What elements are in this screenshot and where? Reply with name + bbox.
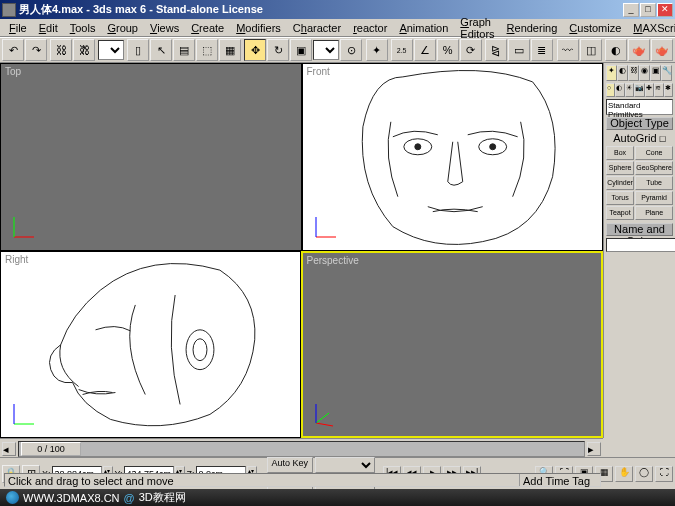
menu-rendering[interactable]: Rendering <box>502 21 563 35</box>
svg-point-3 <box>414 144 420 150</box>
menu-animation[interactable]: Animation <box>394 21 453 35</box>
link-button[interactable]: ⛓ <box>50 39 72 61</box>
menu-group[interactable]: Group <box>102 21 143 35</box>
rotate-button[interactable]: ↻ <box>267 39 289 61</box>
viewport-right[interactable]: Right <box>0 251 301 439</box>
undo-button[interactable]: ↶ <box>2 39 24 61</box>
redo-button[interactable]: ↷ <box>25 39 47 61</box>
menu-modifiers[interactable]: Modifiers <box>231 21 286 35</box>
object-type-rollout[interactable]: Object Type <box>606 117 673 130</box>
shapes-subtab[interactable]: ◐ <box>615 83 624 97</box>
quick-render-button[interactable]: 🫖 <box>651 39 673 61</box>
globe-icon <box>6 491 19 504</box>
schematic-button[interactable]: ◫ <box>580 39 602 61</box>
select-arrow-button[interactable]: ↖ <box>150 39 172 61</box>
scale-button[interactable]: ▣ <box>290 39 312 61</box>
lights-subtab[interactable]: ☀ <box>625 83 634 97</box>
menu-file[interactable]: File <box>4 21 32 35</box>
manipulate-button[interactable]: ✦ <box>366 39 388 61</box>
select-button[interactable]: ▯ <box>127 39 149 61</box>
menu-customize[interactable]: Customize <box>564 21 626 35</box>
titlebar: 男人体4.max - 3ds max 6 - Stand-alone Licen… <box>0 0 675 19</box>
display-tab[interactable]: ▣ <box>650 65 661 81</box>
create-geosphere-button[interactable]: GeoSphere <box>635 161 673 175</box>
svg-line-13 <box>316 413 329 423</box>
name-color-rollout[interactable]: Name and Color <box>606 223 673 236</box>
category-dropdown[interactable]: Standard Primitives <box>606 99 673 115</box>
angle-snap-button[interactable]: ∠ <box>414 39 436 61</box>
viewport-area: Top Front Right <box>0 63 603 438</box>
menubar: FileEditToolsGroupViewsCreateModifiersCh… <box>0 19 675 37</box>
move-button[interactable]: ✥ <box>244 39 266 61</box>
helpers-subtab[interactable]: ✚ <box>645 83 654 97</box>
curve-editor-button[interactable]: 〰 <box>557 39 579 61</box>
menu-create[interactable]: Create <box>186 21 229 35</box>
watermark-site: 3D教程网 <box>139 490 186 505</box>
modify-tab[interactable]: ◐ <box>617 65 628 81</box>
timeline-end-button[interactable]: ▸ <box>587 442 601 456</box>
layers-button[interactable]: ≣ <box>531 39 553 61</box>
ref-coord-dropdown[interactable]: View <box>313 40 339 60</box>
create-pyramid-button[interactable]: Pyramid <box>635 191 673 205</box>
add-time-tag-button[interactable]: Add Time Tag <box>520 474 600 486</box>
create-tab[interactable]: ✦ <box>606 65 617 81</box>
pan-button[interactable]: ✋ <box>615 466 633 482</box>
create-plane-button[interactable]: Plane <box>635 206 673 220</box>
spacewarps-subtab[interactable]: ≋ <box>654 83 663 97</box>
render-scene-button[interactable]: 🫖 <box>628 39 650 61</box>
menu-views[interactable]: Views <box>145 21 184 35</box>
pivot-button[interactable]: ⊙ <box>340 39 362 61</box>
timeline-toggle-button[interactable]: ◂ <box>2 442 16 456</box>
create-teapot-button[interactable]: Teapot <box>606 206 634 220</box>
geometry-subtab[interactable]: ○ <box>606 83 615 97</box>
watermark-bar: WWW.3DMAX8.CN @ 3D教程网 <box>0 489 675 506</box>
menu-tools[interactable]: Tools <box>65 21 101 35</box>
viewport-perspective[interactable]: Perspective <box>301 251 604 439</box>
close-button[interactable]: ✕ <box>657 3 673 17</box>
minimize-button[interactable]: _ <box>623 3 639 17</box>
create-sphere-button[interactable]: Sphere <box>606 161 634 175</box>
spinner-snap-button[interactable]: ⟳ <box>460 39 482 61</box>
material-editor-button[interactable]: ◐ <box>605 39 627 61</box>
create-box-button[interactable]: Box <box>606 146 634 160</box>
menu-graph editors[interactable]: Graph Editors <box>455 15 499 41</box>
cameras-subtab[interactable]: 📷 <box>634 83 645 97</box>
selection-filter-dropdown[interactable]: All <box>98 40 124 60</box>
time-slider[interactable]: 0 / 100 <box>18 441 585 457</box>
autogrid-checkbox[interactable]: AutoGrid ☐ <box>606 132 673 144</box>
auto-key-button[interactable]: Auto Key <box>267 457 314 473</box>
select-by-name-button[interactable]: ▤ <box>173 39 195 61</box>
menu-edit[interactable]: Edit <box>34 21 63 35</box>
motion-tab[interactable]: ◉ <box>639 65 650 81</box>
menu-reactor[interactable]: reactor <box>348 21 392 35</box>
mirror-button[interactable]: ⧎ <box>485 39 507 61</box>
viewport-label: Perspective <box>307 255 359 266</box>
window-crossing-button[interactable]: ▦ <box>219 39 241 61</box>
align-button[interactable]: ▭ <box>508 39 530 61</box>
hierarchy-tab[interactable]: ⛓ <box>628 65 639 81</box>
utilities-tab[interactable]: 🔧 <box>661 65 672 81</box>
menu-maxscript[interactable]: MAXScript <box>628 21 675 35</box>
object-name-input[interactable] <box>606 238 675 252</box>
command-panel: ✦ ◐ ⛓ ◉ ▣ 🔧 ○ ◐ ☀ 📷 ✚ ≋ ✱ Standard Primi… <box>603 63 675 438</box>
create-torus-button[interactable]: Torus <box>606 191 634 205</box>
select-region-button[interactable]: ⬚ <box>196 39 218 61</box>
systems-subtab[interactable]: ✱ <box>664 83 673 97</box>
axis-gizmo-icon <box>311 398 341 428</box>
front-view-drawing <box>303 64 603 250</box>
maximize-button[interactable]: □ <box>640 3 656 17</box>
viewport-top[interactable]: Top <box>0 63 302 251</box>
maximize-viewport-button[interactable]: ⛶ <box>655 466 673 482</box>
viewport-label: Top <box>5 66 21 77</box>
create-tube-button[interactable]: Tube <box>635 176 673 190</box>
key-mode-dropdown[interactable]: Selected <box>315 457 375 473</box>
menu-character[interactable]: Character <box>288 21 346 35</box>
arc-rotate-button[interactable]: ◯ <box>635 466 653 482</box>
time-slider-thumb[interactable]: 0 / 100 <box>21 442 81 456</box>
unlink-button[interactable]: ⛓̸ <box>73 39 95 61</box>
create-cylinder-button[interactable]: Cylinder <box>606 176 634 190</box>
percent-snap-button[interactable]: % <box>437 39 459 61</box>
snap-toggle-button[interactable]: 2.5 <box>391 39 413 61</box>
viewport-front[interactable]: Front <box>302 63 604 251</box>
create-cone-button[interactable]: Cone <box>635 146 673 160</box>
